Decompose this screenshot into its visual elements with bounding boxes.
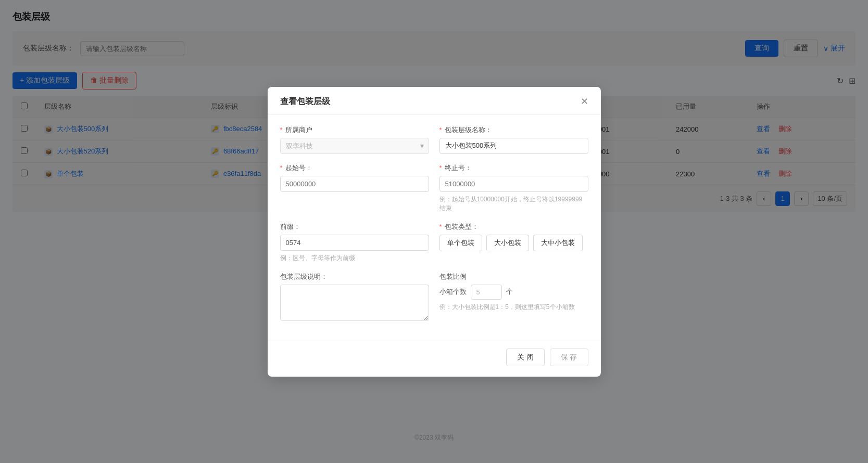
- package-name-input[interactable]: [439, 138, 588, 154]
- close-modal-button[interactable]: 关 闭: [506, 349, 545, 366]
- merchant-label: * 所属商户: [280, 125, 429, 135]
- description-textarea[interactable]: [280, 285, 429, 321]
- package-name-label: * 包装层级名称：: [439, 125, 588, 135]
- modal-title: 查看包装层级: [280, 96, 330, 107]
- start-num-label: * 起始号：: [280, 163, 429, 173]
- pack-type-large-small-button[interactable]: 大小包装: [486, 235, 529, 251]
- modal-body: * 所属商户 双孪科技 * 包装层级名称：: [268, 115, 601, 341]
- pack-type-buttons: 单个包装 大小包装 大中小包装: [439, 235, 588, 251]
- modal-close-button[interactable]: ✕: [581, 97, 588, 106]
- ratio-input[interactable]: [471, 285, 502, 300]
- form-row-4: 包装层级说明： 包装比例 小箱个数 个 例：大小包装比例是1：5，则这里填写5个…: [280, 272, 588, 321]
- merchant-select[interactable]: 双孪科技: [280, 138, 429, 154]
- ratio-label: 包装比例: [439, 272, 588, 281]
- pack-type-single-button[interactable]: 单个包装: [439, 235, 482, 251]
- description-group: 包装层级说明：: [280, 272, 429, 321]
- modal-footer: 关 闭 保 存: [268, 341, 601, 377]
- modal-header: 查看包装层级 ✕: [268, 87, 601, 115]
- pack-type-group: * 包装类型： 单个包装 大小包装 大中小包装: [439, 222, 588, 263]
- modal-overlay: 查看包装层级 ✕ * 所属商户 双孪科技: [0, 0, 868, 463]
- merchant-group: * 所属商户 双孪科技: [280, 125, 429, 154]
- package-name-group: * 包装层级名称：: [439, 125, 588, 154]
- start-num-group: * 起始号：: [280, 163, 429, 213]
- pack-type-label: * 包装类型：: [439, 222, 588, 231]
- prefix-hint: 例：区号、字母等作为前缀: [280, 254, 429, 263]
- form-row-2: * 起始号： * 终止号： 例：起始号从10000000开始，终止号将以1999…: [280, 163, 588, 213]
- view-package-modal: 查看包装层级 ✕ * 所属商户 双孪科技: [268, 87, 601, 377]
- prefix-label: 前缀：: [280, 222, 429, 231]
- ratio-group: 包装比例 小箱个数 个 例：大小包装比例是1：5，则这里填写5个小箱数: [439, 272, 588, 321]
- end-num-group: * 终止号： 例：起始号从10000000开始，终止号将以19999999结束: [439, 163, 588, 213]
- save-modal-button[interactable]: 保 存: [550, 349, 588, 366]
- pack-type-large-medium-small-button[interactable]: 大中小包装: [533, 235, 583, 251]
- prefix-group: 前缀： 例：区号、字母等作为前缀: [280, 222, 429, 263]
- end-num-label: * 终止号：: [439, 163, 588, 173]
- form-row-1: * 所属商户 双孪科技 * 包装层级名称：: [280, 125, 588, 154]
- ratio-hint: 例：大小包装比例是1：5，则这里填写5个小箱数: [439, 303, 588, 312]
- prefix-input[interactable]: [280, 235, 429, 251]
- description-label: 包装层级说明：: [280, 272, 429, 281]
- form-row-3: 前缀： 例：区号、字母等作为前缀 * 包装类型： 单个包装 大小包装 大中小包装: [280, 222, 588, 263]
- ratio-sub-label: 小箱个数: [439, 287, 467, 297]
- start-num-input[interactable]: [280, 176, 429, 192]
- merchant-select-wrapper: 双孪科技: [280, 138, 429, 154]
- ratio-unit: 个: [506, 287, 513, 297]
- end-num-input[interactable]: [439, 176, 588, 192]
- ratio-input-group: 小箱个数 个: [439, 285, 588, 300]
- end-num-hint: 例：起始号从10000000开始，终止号将以19999999结束: [439, 195, 588, 213]
